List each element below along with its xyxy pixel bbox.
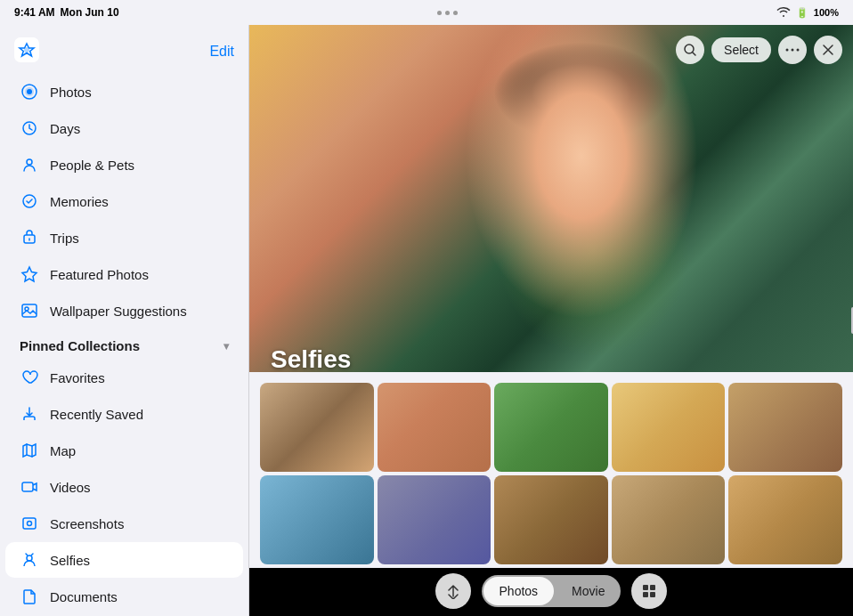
photo-thumb-6[interactable] [260, 475, 374, 564]
sidebar-item-videos[interactable]: Videos [5, 469, 243, 505]
main-content: Select Selfies [249, 25, 853, 616]
selfies-icon [20, 550, 39, 570]
featured-icon [20, 264, 39, 284]
document-icon [20, 587, 39, 606]
search-button[interactable] [676, 36, 704, 64]
svg-rect-20 [643, 585, 648, 590]
save-icon [20, 404, 39, 424]
pinned-collections-label: Pinned Collections [20, 338, 140, 353]
days-icon [20, 118, 39, 138]
svg-marker-8 [22, 267, 37, 281]
heart-icon [20, 368, 39, 387]
bottom-toolbar: Photos Movie [249, 573, 853, 609]
svg-point-17 [786, 49, 789, 52]
sidebar-item-screenshots[interactable]: Screenshots [5, 506, 243, 541]
sidebar-label-memories: Memories [50, 194, 109, 209]
status-dot2 [445, 11, 450, 15]
sidebar-item-map[interactable]: Map [5, 433, 243, 468]
photo-thumb-3[interactable] [494, 383, 608, 472]
grid-view-button[interactable] [631, 573, 667, 609]
top-bar-buttons: Select [676, 36, 842, 64]
view-segmented-control: Photos Movie [482, 575, 621, 607]
photo-thumb-1[interactable] [260, 383, 374, 472]
sidebar-item-recently-saved[interactable]: Recently Saved [5, 396, 243, 432]
svg-point-18 [792, 49, 794, 52]
sort-button[interactable] [435, 573, 471, 609]
sidebar-label-wallpaper: Wallpaper Suggestions [50, 304, 187, 319]
sidebar-item-favorites[interactable]: Favorites [5, 360, 243, 395]
sidebar-label-people: People & Pets [50, 158, 134, 173]
sidebar-label-featured: Featured Photos [50, 267, 149, 282]
photo-row-1 [260, 383, 842, 472]
sidebar-label-selfies: Selfies [50, 553, 90, 568]
sidebar-item-photos[interactable]: Photos [5, 74, 243, 109]
svg-rect-12 [23, 518, 36, 529]
people-icon [20, 155, 39, 174]
battery-icon: 🔋 [796, 7, 808, 19]
svg-point-3 [27, 89, 32, 94]
sidebar-label-documents: Documents [50, 589, 118, 604]
sidebar-label-photos: Photos [50, 85, 92, 100]
photo-thumb-4[interactable] [612, 383, 726, 472]
close-button[interactable] [814, 36, 842, 64]
svg-point-13 [28, 522, 32, 526]
hero-area: Selfies [249, 25, 853, 399]
status-bar-right: 🔋 100% [776, 6, 839, 19]
photo-thumb-2[interactable] [378, 383, 491, 472]
photo-thumb-5[interactable] [728, 383, 842, 472]
select-button[interactable]: Select [711, 37, 771, 62]
sidebar-item-documents[interactable]: Documents [5, 579, 243, 614]
svg-point-5 [27, 159, 32, 165]
photo-thumb-7[interactable] [378, 475, 491, 564]
sidebar-label-map: Map [50, 443, 76, 458]
svg-point-19 [797, 49, 800, 52]
video-icon [20, 477, 39, 497]
sidebar: Edit Photos Days Pe [0, 25, 249, 616]
sidebar-item-days[interactable]: Days [5, 110, 243, 146]
photo-thumb-8[interactable] [494, 475, 608, 564]
status-dot1 [437, 11, 442, 15]
more-button[interactable] [778, 36, 807, 64]
sidebar-item-trips[interactable]: Trips [5, 220, 243, 255]
memories-icon [20, 191, 39, 211]
sidebar-label-screenshots: Screenshots [50, 516, 124, 531]
trips-icon [20, 228, 39, 247]
photos-icon [20, 82, 39, 101]
app-container: Edit Photos Days Pe [0, 25, 853, 616]
hero-background [249, 25, 853, 399]
sidebar-item-selfies[interactable]: Selfies [5, 542, 243, 578]
wallpaper-icon [20, 301, 39, 320]
sidebar-item-featured[interactable]: Featured Photos [5, 256, 243, 292]
sidebar-nav: Photos Days People & Pets [0, 73, 248, 616]
sidebar-item-wallpaper[interactable]: Wallpaper Suggestions [5, 293, 243, 328]
app-icon [14, 37, 39, 66]
photo-grid [249, 372, 853, 568]
sidebar-label-favorites: Favorites [50, 370, 105, 385]
sidebar-label-recently-saved: Recently Saved [50, 407, 143, 422]
pinned-collections-header[interactable]: Pinned Collections ▾ [0, 329, 248, 359]
svg-point-14 [27, 555, 32, 561]
photo-thumb-10[interactable] [728, 475, 842, 564]
status-dot3 [453, 11, 458, 15]
svg-point-1 [24, 47, 29, 53]
status-bar: 9:41 AM Mon Jun 10 🔋 100% [0, 0, 853, 25]
sidebar-label-trips: Trips [50, 231, 79, 246]
sidebar-label-videos: Videos [50, 480, 91, 495]
status-bar-left: 9:41 AM Mon Jun 10 [14, 6, 119, 19]
photos-view-button[interactable]: Photos [483, 577, 555, 605]
status-bar-center [437, 11, 458, 15]
svg-rect-23 [650, 592, 655, 597]
edit-button[interactable]: Edit [209, 44, 234, 60]
svg-rect-9 [22, 304, 37, 317]
sidebar-header: Edit [0, 25, 248, 73]
photo-thumb-9[interactable] [612, 475, 726, 564]
status-time: 9:41 AM [14, 6, 55, 19]
hero-title: Selfies [271, 345, 351, 374]
photo-row-2 [260, 475, 842, 564]
sidebar-item-memories[interactable]: Memories [5, 183, 243, 219]
movie-view-button[interactable]: Movie [556, 575, 621, 607]
wifi-icon [776, 6, 791, 19]
svg-rect-21 [650, 585, 655, 590]
svg-rect-22 [643, 592, 648, 597]
sidebar-item-people[interactable]: People & Pets [5, 147, 243, 182]
